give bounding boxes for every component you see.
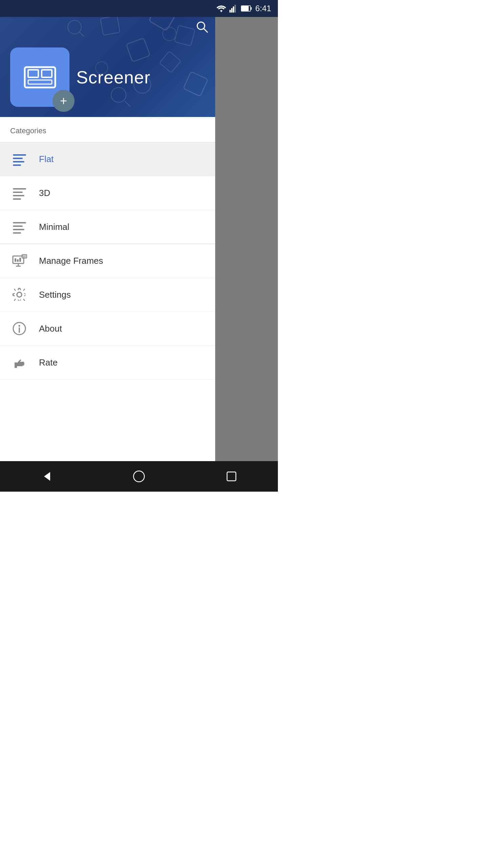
- svg-rect-10: [159, 51, 181, 73]
- svg-rect-0: [229, 10, 231, 13]
- app-icon-wrapper: +: [10, 47, 69, 107]
- svg-rect-1: [231, 8, 232, 13]
- drawer: + Screener Categories Fla: [0, 0, 215, 492]
- back-nav-button[interactable]: [33, 466, 60, 487]
- bottom-nav: [0, 461, 278, 492]
- svg-rect-22: [42, 70, 52, 77]
- sidebar-item-flat-label: Flat: [39, 154, 54, 164]
- sidebar-item-manage-frames[interactable]: Manage Frames: [0, 244, 215, 278]
- svg-rect-45: [23, 255, 26, 257]
- settings-icon: [10, 285, 29, 304]
- sidebar-item-rate-label: Rate: [39, 357, 58, 368]
- sidebar-item-minimal[interactable]: Minimal: [0, 210, 215, 244]
- sidebar-item-3d[interactable]: 3D: [0, 176, 215, 210]
- sidebar-item-settings[interactable]: Settings: [0, 278, 215, 312]
- status-time: 6:41: [255, 4, 271, 13]
- categories-label: Categories: [0, 117, 215, 142]
- status-icons: 6:41: [217, 4, 271, 13]
- svg-point-47: [17, 292, 22, 297]
- drawer-header: + Screener: [0, 0, 215, 117]
- sidebar-item-3d-label: 3D: [39, 188, 50, 198]
- svg-rect-41: [15, 258, 16, 262]
- header-content: + Screener: [10, 47, 150, 107]
- sidebar-item-manage-frames-label: Manage Frames: [39, 256, 103, 266]
- wifi-icon: [217, 5, 226, 12]
- svg-line-25: [204, 28, 207, 32]
- svg-rect-8: [174, 25, 195, 46]
- svg-rect-12: [183, 72, 208, 96]
- menu-list: Flat 3D: [0, 142, 215, 492]
- search-button[interactable]: [196, 20, 208, 36]
- svg-rect-53: [227, 472, 236, 481]
- status-bar: 6:41: [0, 0, 278, 17]
- filter-icon-3d: [10, 184, 29, 202]
- sidebar-item-settings-label: Settings: [39, 290, 71, 300]
- svg-rect-11: [100, 16, 120, 35]
- recents-nav-button[interactable]: [218, 466, 245, 487]
- sidebar-item-about-label: About: [39, 323, 62, 334]
- right-overlay: [215, 0, 278, 492]
- sidebar-item-minimal-label: Minimal: [39, 222, 69, 232]
- filter-icon-flat: [10, 150, 29, 169]
- sidebar-item-about[interactable]: About: [0, 312, 215, 346]
- add-button[interactable]: +: [53, 90, 75, 112]
- svg-point-15: [163, 27, 176, 41]
- home-nav-button[interactable]: [125, 466, 152, 487]
- svg-rect-2: [233, 6, 234, 13]
- signal-icon: [229, 4, 238, 13]
- svg-rect-6: [242, 6, 248, 11]
- svg-rect-23: [28, 80, 52, 84]
- svg-rect-3: [235, 5, 236, 13]
- about-icon: [10, 319, 29, 338]
- svg-line-19: [79, 32, 84, 37]
- manage-frames-icon: [10, 252, 29, 270]
- filter-icon-minimal: [10, 218, 29, 236]
- svg-marker-51: [44, 472, 50, 481]
- svg-rect-5: [251, 7, 252, 10]
- svg-rect-42: [17, 259, 19, 262]
- svg-rect-43: [19, 258, 21, 262]
- svg-point-52: [134, 471, 144, 482]
- rate-icon: [10, 353, 29, 372]
- svg-point-50: [19, 325, 20, 327]
- svg-rect-21: [28, 70, 38, 77]
- sidebar-item-rate[interactable]: Rate: [0, 346, 215, 380]
- sidebar-item-flat[interactable]: Flat: [0, 142, 215, 176]
- battery-icon: [241, 5, 252, 12]
- app-title: Screener: [76, 67, 150, 87]
